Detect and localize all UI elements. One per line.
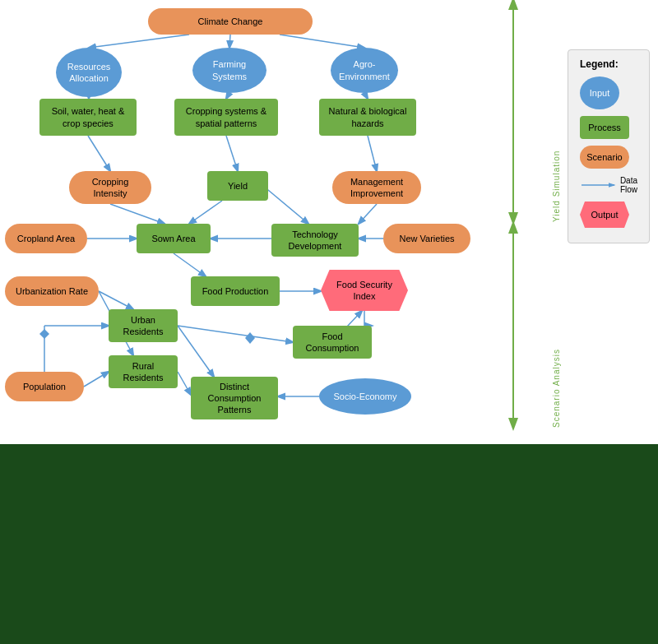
svg-line-5 xyxy=(364,93,368,99)
node-new-varieties: New Varieties xyxy=(383,224,470,253)
node-food-consumption: Food Consumption xyxy=(293,326,372,359)
node-socio-economy: Socio-Economy xyxy=(319,378,411,415)
node-sown-area: Sown Area xyxy=(137,224,211,253)
svg-marker-33 xyxy=(39,329,49,339)
legend-dataflow-label: DataFlow xyxy=(620,176,637,194)
node-urbanization-rate: Urbanization Rate xyxy=(5,276,99,306)
svg-line-22 xyxy=(178,326,214,377)
node-natural-hazards: Natural & biological hazards xyxy=(319,99,416,136)
legend: Legend: Input Process Scenario DataFlow … xyxy=(568,49,650,243)
node-cropping-systems: Cropping systems & spatial patterns xyxy=(174,99,278,136)
node-urban-residents: Urban Residents xyxy=(109,309,178,342)
legend-input-box: Input xyxy=(580,76,619,109)
svg-line-0 xyxy=(89,35,189,48)
legend-item-input: Input xyxy=(580,76,637,109)
node-distinct-consumption: Distinct Consumption Patterns xyxy=(191,377,278,419)
svg-line-1 xyxy=(229,35,230,48)
svg-line-20 xyxy=(178,326,293,342)
yield-simulation-label: Yield Simulation xyxy=(552,49,561,222)
legend-item-output: Output xyxy=(580,202,637,228)
legend-title: Legend: xyxy=(580,58,637,70)
svg-line-12 xyxy=(359,204,377,224)
svg-line-6 xyxy=(88,136,110,171)
svg-line-4 xyxy=(226,93,229,99)
svg-line-10 xyxy=(189,201,222,224)
svg-line-15 xyxy=(174,253,206,276)
node-farming-systems: Farming Systems xyxy=(192,48,266,93)
node-soil-water: Soil, water, heat & crop species xyxy=(39,99,137,136)
scenario-analysis-label: Scenario Analysis xyxy=(552,230,561,428)
node-food-production: Food Production xyxy=(191,276,280,306)
node-agro-environment: Agro- Environment xyxy=(331,48,398,93)
svg-line-9 xyxy=(110,204,164,224)
node-management-improvement: Management Improvement xyxy=(332,171,421,204)
node-cropping-intensity: Cropping Intensity xyxy=(69,171,151,204)
diagram-area: Climate Change Resources Allocation Farm… xyxy=(0,0,658,444)
node-cropland-area: Cropland Area xyxy=(5,224,87,253)
node-resources-allocation: Resources Allocation xyxy=(56,48,122,97)
legend-item-process: Process xyxy=(580,116,637,139)
node-technology-development: Technology Development xyxy=(271,224,359,257)
svg-line-23 xyxy=(84,372,109,387)
svg-line-11 xyxy=(263,186,308,224)
svg-line-8 xyxy=(368,136,377,171)
svg-line-7 xyxy=(226,136,238,171)
node-rural-residents: Rural Residents xyxy=(109,355,178,388)
legend-item-scenario: Scenario xyxy=(580,146,637,169)
bottom-area xyxy=(0,444,658,644)
node-food-security-index: Food Security Index xyxy=(321,270,408,311)
svg-marker-34 xyxy=(245,332,255,344)
legend-output-box: Output xyxy=(580,202,629,228)
node-yield: Yield xyxy=(207,171,268,201)
svg-line-2 xyxy=(280,35,364,48)
legend-process-box: Process xyxy=(580,116,629,139)
svg-line-18 xyxy=(99,291,133,309)
legend-scenario-box: Scenario xyxy=(580,146,629,169)
legend-item-dataflow: DataFlow xyxy=(580,175,637,195)
svg-line-21 xyxy=(178,372,191,395)
node-climate-change: Climate Change xyxy=(148,8,313,35)
node-population: Population xyxy=(5,372,84,401)
